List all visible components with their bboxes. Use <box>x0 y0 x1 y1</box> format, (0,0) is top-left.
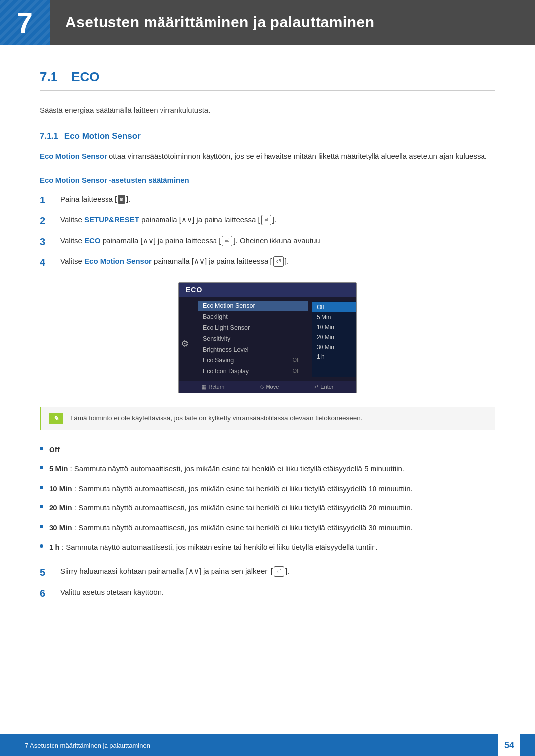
header-title: Asetusten määrittäminen ja palauttaminen <box>65 14 374 31</box>
description-strong: Eco Motion Sensor <box>40 152 107 160</box>
osd-items-list: Eco Motion Sensor Backlight Eco Light Se… <box>194 301 312 377</box>
bullet-text-3: 20 Min : Sammuta näyttö automaattisesti,… <box>49 502 413 514</box>
bullet-dot-4 <box>40 525 43 528</box>
step-num-1: 1 <box>40 192 52 208</box>
eco-motion-label: Eco Motion Sensor <box>84 257 152 265</box>
osd-sub-0: Off <box>312 302 356 312</box>
bullet-10min: 10 Min : Sammuta näyttö automaattisesti,… <box>40 482 495 495</box>
step-4: 4 Valitse Eco Motion Sensor painamalla [… <box>40 255 495 270</box>
description-rest: ottaa virransäästötoiminnon käyttöön, jo… <box>107 152 487 160</box>
eco-saving-label: Eco Saving <box>203 357 234 364</box>
section-title: 7.1 ECO <box>40 69 495 91</box>
30min-label: 30 Min <box>49 523 72 532</box>
eco-icon-label: Eco Icon Display <box>203 368 249 375</box>
bullet-1h: 1 h : Sammuta näyttö automaattisesti, jo… <box>40 541 495 554</box>
osd-item-6: Eco Icon Display Off <box>198 366 308 377</box>
page-footer: 7 Asetusten määrittäminen ja palauttamin… <box>0 734 535 756</box>
step-3: 3 Valitse ECO painamalla [∧∨] ja paina l… <box>40 235 495 250</box>
osd-footer: ▦ Return ◇ Move ↵ Enter <box>179 381 356 393</box>
subsection-name: Eco Motion Sensor <box>64 131 141 141</box>
osd-body: ⚙ Eco Motion Sensor Backlight Eco Light … <box>179 297 356 381</box>
osd-sub-1: 5 Min <box>312 312 356 322</box>
osd-container: ECO ⚙ Eco Motion Sensor Backlight Eco Li… <box>40 282 495 393</box>
eco-icon-value: Off <box>293 368 300 375</box>
setup-reset-label: SETUP&RESET <box>84 215 139 224</box>
1h-label: 1 h <box>49 543 60 551</box>
bullet-dot-1 <box>40 466 43 469</box>
osd-sub-3: 20 Min <box>312 332 356 342</box>
bullet-text-5: 1 h : Sammuta näyttö automaattisesti, jo… <box>49 541 378 554</box>
osd-submenu: Off 5 Min 10 Min 20 Min 30 Min 1 h <box>312 301 356 377</box>
bullet-dot-2 <box>40 486 43 489</box>
osd-sidebar: ⚙ <box>179 301 194 377</box>
osd-item-5: Eco Saving Off <box>198 355 308 366</box>
osd-item-4: Brightness Level <box>198 344 308 355</box>
step-num-2: 2 <box>40 213 52 229</box>
note-text: Tämä toiminto ei ole käytettävissä, jos … <box>70 413 363 424</box>
bullet-5min: 5 Min : Sammuta näyttö automaattisesti, … <box>40 462 495 475</box>
osd-sub-4: 30 Min <box>312 342 356 352</box>
footer-chapter-text: 7 Asetusten määrittäminen ja palauttamin… <box>25 742 150 749</box>
bullet-dot-0 <box>40 447 43 450</box>
note-box: ✎ Tämä toiminto ei ole käytettävissä, jo… <box>40 407 495 430</box>
osd-return: ▦ Return <box>201 384 224 390</box>
step-text-4: Valitse Eco Motion Sensor painamalla [∧∨… <box>60 255 495 267</box>
eco-saving-value: Off <box>293 357 300 364</box>
step-1: 1 Paina laitteessa [m]. <box>40 193 495 208</box>
bullet-text-4: 30 Min : Sammuta näyttö automaattisesti,… <box>49 521 413 534</box>
steps-list: 1 Paina laitteessa [m]. 2 Valitse SETUP&… <box>40 193 495 270</box>
m-icon: m <box>118 195 125 204</box>
sub-heading: Eco Motion Sensor -asetusten säätäminen <box>40 176 495 184</box>
subsection-number: 7.1.1 <box>40 131 58 141</box>
enter-icon-4: ⏎ <box>273 256 284 267</box>
chapter-number-block: 7 <box>0 0 50 45</box>
chapter-number: 7 <box>17 6 33 39</box>
osd-item-1: Backlight <box>198 311 308 322</box>
subsection-title: 7.1.1 Eco Motion Sensor <box>40 131 495 141</box>
10min-label: 10 Min <box>49 484 72 493</box>
page-number: 54 <box>498 734 520 756</box>
osd-menu: ECO ⚙ Eco Motion Sensor Backlight Eco Li… <box>178 282 357 393</box>
step-2: 2 Valitse SETUP&RESET painamalla [∧∨] ja… <box>40 214 495 229</box>
osd-sub-5: 1 h <box>312 352 356 362</box>
5min-label: 5 Min <box>49 464 68 473</box>
main-content: 7.1 ECO Säästä energiaa säätämällä laitt… <box>0 45 535 653</box>
chapter-header: 7 Asetusten määrittäminen ja palauttamin… <box>0 0 535 45</box>
step-num-5: 5 <box>40 564 52 580</box>
bullet-off: Off <box>40 443 495 456</box>
bullet-text-2: 10 Min : Sammuta näyttö automaattisesti,… <box>49 482 413 495</box>
return-label: Return <box>208 384 224 390</box>
bullet-text-0: Off <box>49 443 60 456</box>
osd-item-3: Sensitivity <box>198 333 308 344</box>
osd-move: ◇ Move <box>260 384 279 390</box>
step-text-2: Valitse SETUP&RESET painamalla [∧∨] ja p… <box>60 214 495 226</box>
step-text-3: Valitse ECO painamalla [∧∨] ja paina lai… <box>60 235 495 247</box>
osd-item-2: Eco Light Sensor <box>198 322 308 333</box>
bullet-dot-3 <box>40 505 43 508</box>
enter-label: Enter <box>321 384 333 390</box>
description-text: Eco Motion Sensor ottaa virransäästötoim… <box>40 150 495 163</box>
return-icon: ▦ <box>201 384 206 390</box>
osd-sub-2: 10 Min <box>312 322 356 332</box>
enter-icon: ↵ <box>314 384 319 390</box>
bullet-dot-5 <box>40 544 43 548</box>
step-num-4: 4 <box>40 254 52 270</box>
bullet-text-1: 5 Min : Sammuta näyttö automaattisesti, … <box>49 462 404 475</box>
step-num-3: 3 <box>40 234 52 250</box>
section-number: 7.1 <box>40 69 57 85</box>
section-name: ECO <box>71 69 99 85</box>
eco-label: ECO <box>84 236 101 245</box>
move-icon: ◇ <box>260 384 264 390</box>
off-label: Off <box>49 445 60 454</box>
enter-icon-5: ⏎ <box>274 566 284 577</box>
bullet-20min: 20 Min : Sammuta näyttö automaattisesti,… <box>40 502 495 514</box>
move-label: Move <box>266 384 279 390</box>
header-title-area: Asetusten määrittäminen ja palauttaminen <box>50 0 535 45</box>
step-text-5: Siirry haluamaasi kohtaan painamalla [∧∨… <box>60 565 495 577</box>
step-5: 5 Siirry haluamaasi kohtaan painamalla [… <box>40 565 495 580</box>
note-icon-text: ✎ <box>54 415 59 422</box>
enter-icon-3: ⏎ <box>222 236 232 247</box>
step-6: 6 Valittu asetus otetaan käyttöön. <box>40 586 495 601</box>
gear-icon: ⚙ <box>181 338 192 349</box>
step-text-1: Paina laitteessa [m]. <box>60 193 495 205</box>
